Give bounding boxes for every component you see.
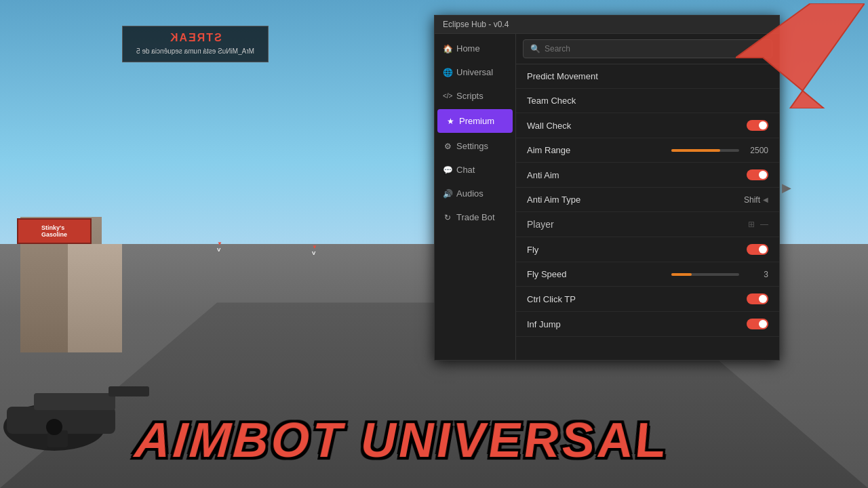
sidebar-label-settings: Settings — [456, 141, 488, 151]
fly-speed-track[interactable] — [671, 273, 739, 276]
anti-aim-type-select[interactable]: Shift ◀ — [744, 195, 768, 205]
red-arrow — [736, 3, 865, 111]
tradebot-icon: ↻ — [443, 213, 452, 222]
row-inf-jump[interactable]: Inf Jump — [516, 312, 779, 337]
premium-icon: ★ — [446, 117, 455, 126]
settings-icon: ⚙ — [443, 142, 452, 151]
aim-range-track[interactable] — [671, 149, 739, 152]
search-wrapper: 🔍 — [523, 39, 772, 58]
svg-marker-6 — [736, 3, 865, 108]
ctrl-click-tp-label: Ctrl Click TP — [527, 294, 576, 304]
sidebar-item-chat[interactable]: 💬 Chat — [435, 158, 515, 182]
home-icon: 🏠 — [443, 44, 452, 54]
row-wall-check[interactable]: Wall Check — [516, 113, 779, 138]
universal-icon: 🌐 — [443, 68, 452, 77]
sidebar-item-tradebot[interactable]: ↻ Trade Bot — [435, 205, 515, 229]
sidebar-item-scripts[interactable]: </> Scripts — [435, 84, 515, 108]
audios-icon: 🔊 — [443, 189, 452, 199]
sidebar-label-premium: Premium — [459, 116, 494, 126]
anti-aim-toggle[interactable] — [747, 169, 768, 180]
store-sign: Stinky'sGasoline — [17, 218, 92, 244]
fly-speed-slider-container: 3 — [567, 270, 768, 279]
sidebar-label-home: Home — [456, 43, 480, 54]
team-check-label: Team Check — [527, 96, 576, 106]
sidebar: 🏠 Home 🌐 Universal </> Scripts ★ Premium… — [435, 34, 516, 360]
player-marker-2: ▼ V — [312, 244, 317, 256]
fly-speed-label: Fly Speed — [527, 269, 567, 279]
anti-aim-type-label: Anti Aim Type — [527, 195, 580, 205]
row-ctrl-click-tp[interactable]: Ctrl Click TP — [516, 287, 779, 312]
inf-jump-toggle[interactable] — [747, 319, 768, 329]
sidebar-item-universal[interactable]: 🌐 Universal — [435, 60, 515, 84]
predict-movement-label: Predict Movement — [527, 71, 598, 81]
svg-rect-3 — [108, 386, 149, 396]
player-marker-1: ▼ V — [217, 241, 222, 253]
streak-title: STREAK — [169, 32, 222, 44]
sidebar-item-settings[interactable]: ⚙ Settings — [435, 134, 515, 158]
hub-titlebar: Eclipse Hub - v0.4 — [435, 16, 779, 34]
sidebar-label-scripts: Scripts — [456, 91, 484, 101]
streak-subtitle: MrA_MiNuS está numa sequência de 5 — [136, 47, 254, 55]
section-expand-icon[interactable]: ⊞ — [748, 220, 755, 229]
streak-banner: STREAK MrA_MiNuS está numa sequência de … — [122, 26, 269, 62]
sidebar-label-tradebot: Trade Bot — [456, 212, 495, 222]
scripts-icon: </> — [443, 92, 452, 100]
fly-speed-value: 3 — [745, 270, 768, 279]
gun-silhouette — [0, 366, 170, 454]
row-anti-aim-type[interactable]: Anti Aim Type Shift ◀ — [516, 188, 779, 212]
row-anti-aim[interactable]: Anti Aim — [516, 163, 779, 188]
search-input[interactable] — [545, 44, 765, 54]
wall-check-toggle[interactable] — [747, 120, 768, 131]
fly-label: Fly — [527, 245, 538, 255]
aim-range-value: 2500 — [745, 146, 768, 155]
search-icon: 🔍 — [530, 44, 540, 54]
sidebar-item-home[interactable]: 🏠 Home — [435, 37, 515, 60]
store-sign-text: Stinky'sGasoline — [41, 224, 67, 238]
svg-point-5 — [46, 419, 62, 435]
svg-rect-2 — [34, 393, 115, 410]
section-collapse-icon[interactable]: — — [760, 220, 768, 229]
hub-title: Eclipse Hub - v0.4 — [443, 20, 509, 29]
anti-aim-type-value: Shift — [744, 195, 760, 205]
aim-range-label: Aim Range — [527, 145, 570, 155]
row-fly-speed[interactable]: Fly Speed 3 — [516, 262, 779, 287]
select-arrow-icon: ◀ — [763, 196, 768, 203]
sidebar-label-chat: Chat — [456, 165, 475, 175]
sidebar-label-audios: Audios — [456, 188, 484, 199]
fly-speed-fill — [671, 273, 692, 276]
inf-jump-label: Inf Jump — [527, 319, 561, 329]
sidebar-label-universal: Universal — [456, 67, 493, 77]
section-header-icons: ⊞ — — [748, 220, 768, 229]
sidebar-item-audios[interactable]: 🔊 Audios — [435, 182, 515, 205]
ctrl-click-tp-toggle[interactable] — [747, 293, 768, 304]
hub-body: 🏠 Home 🌐 Universal </> Scripts ★ Premium… — [435, 34, 779, 360]
player-section-label: Player — [527, 219, 554, 230]
section-player: Player ⊞ — — [516, 212, 779, 237]
fly-toggle[interactable] — [747, 244, 768, 255]
wall-check-label: Wall Check — [527, 121, 571, 131]
row-aim-range[interactable]: Aim Range 2500 — [516, 138, 779, 163]
aimbot-title: AIMBOT UNIVERSAL — [132, 413, 670, 468]
anti-aim-label: Anti Aim — [527, 170, 559, 180]
building-2 — [68, 244, 122, 352]
sidebar-item-premium[interactable]: ★ Premium — [437, 109, 513, 133]
aim-range-slider-container: 2500 — [570, 146, 768, 155]
row-fly[interactable]: Fly — [516, 237, 779, 262]
chat-icon: 💬 — [443, 165, 452, 175]
aim-range-fill — [671, 149, 720, 152]
hub-panel: Eclipse Hub - v0.4 🏠 Home 🌐 Universal </… — [434, 15, 780, 361]
